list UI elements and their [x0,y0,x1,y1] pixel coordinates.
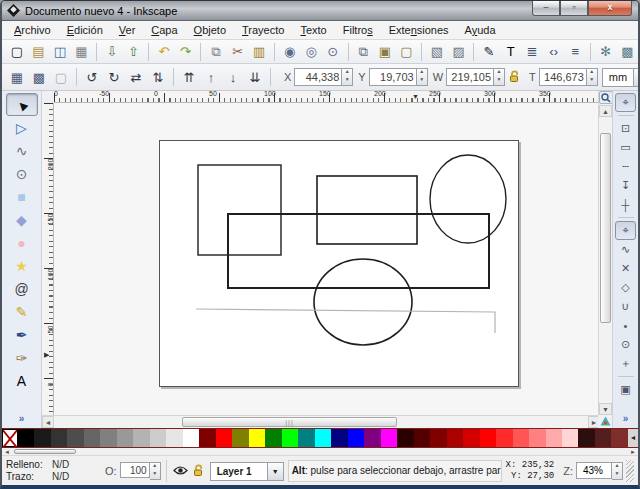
palette-more-arrow-icon[interactable]: ◂ [628,429,638,447]
palette-scrollbar[interactable]: ◄ ► [2,448,638,456]
shape-rect[interactable] [198,165,281,255]
color-swatch[interactable] [232,429,248,447]
menu-ver[interactable]: Ver [111,22,144,38]
color-swatch[interactable] [364,429,380,447]
color-swatch[interactable] [117,429,133,447]
cut-icon[interactable]: ✂ [227,42,249,62]
snap-page-border-icon[interactable]: ▣ [615,380,636,399]
color-swatch[interactable] [331,429,347,447]
menu-extensiones[interactable]: Extensiones [381,22,457,38]
zoom-drawing-icon[interactable]: ◎ [301,42,323,62]
import-icon[interactable]: ⇩ [101,42,123,62]
snap-cusp-nodes-icon[interactable]: ◇ [615,278,636,297]
redo-icon[interactable]: ↷ [175,42,197,62]
text-tool[interactable]: A [6,369,38,392]
layer-selector[interactable]: Layer 1 ▼ [210,462,284,481]
snap-paths-icon[interactable]: ∿ [615,240,636,259]
height-field[interactable] [539,68,587,86]
bezier-pen-tool[interactable]: ✒ [6,323,38,346]
canvas[interactable] [54,103,600,415]
x-spinner[interactable]: ▲▼ [342,68,353,86]
rotate-cw-icon[interactable]: ↻ [103,67,125,87]
color-swatch[interactable] [348,429,364,447]
vertical-scroll-thumb[interactable] [600,133,611,323]
calligraphy-tool[interactable]: ✑ [6,346,38,369]
undo-icon[interactable]: ↶ [153,42,175,62]
xml-editor-icon[interactable]: ‹› [543,42,565,62]
paste-icon[interactable]: ▥ [248,42,270,62]
opacity-spinner[interactable]: ▲▼ [150,462,161,480]
open-document-icon[interactable]: ▤ [28,42,50,62]
color-swatch[interactable] [430,429,446,447]
color-swatch[interactable] [447,429,463,447]
shape-polyline[interactable] [196,309,495,333]
menu-edicin[interactable]: Edición [59,22,111,38]
color-swatch[interactable] [150,429,166,447]
minimize-button[interactable]: – [532,1,560,16]
layers-dialog-icon[interactable]: ≣ [521,42,543,62]
snap-smooth-nodes-icon[interactable]: ∪ [615,297,636,316]
flip-vertical-icon[interactable]: ⇅ [147,67,169,87]
y-field[interactable] [369,68,417,86]
drawing-shapes[interactable] [54,103,600,415]
color-swatch[interactable] [480,429,496,447]
color-swatch[interactable] [397,429,413,447]
sticky-zoom-button[interactable] [599,91,613,104]
snap-edge-midpoints-icon[interactable]: ↧ [615,176,636,195]
snap-nodes-icon[interactable]: ⌖ [615,221,636,240]
lower-icon[interactable]: ↓ [222,67,244,87]
color-swatch[interactable] [183,429,199,447]
color-swatch[interactable] [249,429,265,447]
opacity-field[interactable] [120,462,150,478]
fill-stroke-icon[interactable]: ✎ [478,42,500,62]
width-spinner[interactable]: ▲▼ [494,68,505,86]
save-document-icon[interactable]: ◫ [49,42,71,62]
snap-path-intersections-icon[interactable]: ✕ [615,259,636,278]
color-swatch[interactable] [265,429,281,447]
color-swatch[interactable] [18,429,34,447]
color-swatch[interactable] [67,429,83,447]
new-document-icon[interactable]: ▢ [6,42,28,62]
scroll-up-arrow-icon[interactable]: ▲ [599,105,612,117]
snap-rotation-center-icon[interactable]: ＋ [615,354,636,373]
tweak-tool[interactable]: ∿ [6,139,38,162]
layer-lock-icon[interactable] [190,464,208,479]
snapbar-overflow-chevron[interactable]: » [623,413,629,424]
pencil-tool[interactable]: ✎ [6,300,38,323]
flip-horizontal-icon[interactable]: ⇄ [125,67,147,87]
clone-icon[interactable]: ▣ [374,42,396,62]
color-swatch[interactable] [51,429,67,447]
vertical-scrollbar[interactable]: ▲ ▼ [598,91,612,415]
color-swatch[interactable] [298,429,314,447]
layer-visibility-icon[interactable] [172,465,190,478]
color-swatch[interactable] [611,429,627,447]
deselect-icon[interactable]: ▢ [50,67,72,87]
shape-rect[interactable] [228,214,489,288]
snap-bbox-edges-icon[interactable]: ▭ [615,138,636,157]
scroll-left-arrow-icon[interactable]: ◄ [42,416,54,428]
x-field[interactable] [294,68,342,86]
menu-capa[interactable]: Capa [143,22,185,38]
units-dropdown[interactable]: mm ▼ [602,68,640,87]
preferences-icon[interactable]: ✻ [595,42,617,62]
rectangle-tool[interactable]: ■ [6,185,38,208]
selector-tool[interactable]: ▲ [6,93,38,116]
stroke-value[interactable]: N/D [52,471,69,483]
y-spinner[interactable]: ▲▼ [417,68,428,86]
color-swatch[interactable] [595,429,611,447]
color-swatch[interactable] [414,429,430,447]
align-dialog-icon[interactable]: ≡ [564,42,586,62]
unlink-clone-icon[interactable]: ▢ [396,42,418,62]
color-swatch[interactable] [315,429,331,447]
color-swatch[interactable] [546,429,562,447]
zoom-spinner[interactable]: ▲▼ [612,462,623,480]
color-swatch[interactable] [513,429,529,447]
color-swatch[interactable] [166,429,182,447]
color-swatch[interactable] [133,429,149,447]
color-swatch[interactable] [381,429,397,447]
palette-scroll-left-icon[interactable]: ◄ [2,448,12,456]
color-swatch[interactable] [199,429,215,447]
snap-bbox-corners-icon[interactable]: ┄ [615,157,636,176]
zoom-page-icon[interactable]: ⊙ [322,42,344,62]
zoom-tool[interactable]: ⊙ [6,162,38,185]
